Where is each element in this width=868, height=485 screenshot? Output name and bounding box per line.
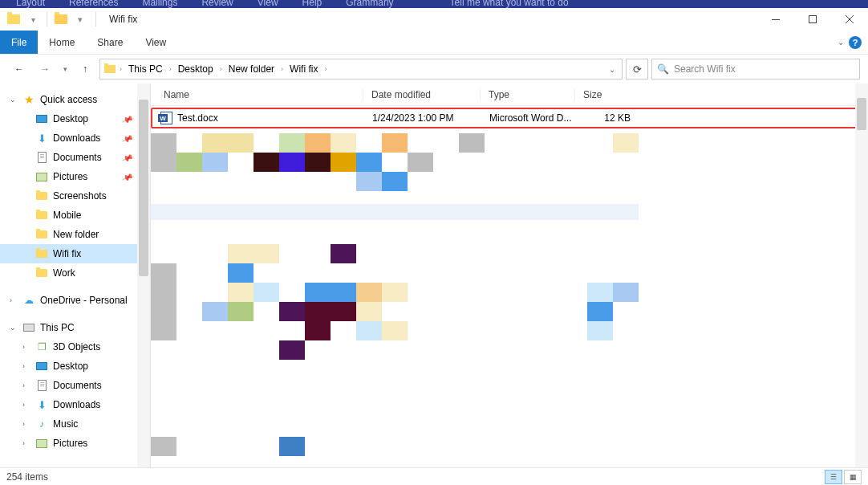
sidebar-item-3d-objects[interactable]: ›❐3D Objects xyxy=(0,337,150,357)
expand-icon[interactable]: › xyxy=(22,343,30,351)
sidebar-item-label: Desktop xyxy=(53,113,88,124)
column-date-modified[interactable]: ⌄Date modified xyxy=(363,89,480,100)
expand-icon[interactable]: › xyxy=(10,296,18,304)
sidebar-item-pictures[interactable]: ›Pictures xyxy=(0,434,150,453)
file-tab[interactable]: File xyxy=(0,31,38,54)
sidebar-scrollbar[interactable] xyxy=(137,84,150,467)
ribbon-collapse-icon[interactable]: ⌄ xyxy=(838,38,844,47)
collapse-icon[interactable]: ⌄ xyxy=(10,96,18,104)
item-count: 254 items xyxy=(6,471,48,483)
help-icon[interactable]: ? xyxy=(849,36,862,49)
breadcrumb-segment[interactable]: Wifi fix xyxy=(286,63,321,75)
close-button[interactable] xyxy=(831,8,868,31)
column-type[interactable]: Type xyxy=(480,89,574,100)
home-tab[interactable]: Home xyxy=(38,31,86,54)
sidebar-item-downloads[interactable]: ›⬇Downloads xyxy=(0,395,150,414)
sidebar-item-downloads[interactable]: ⬇Downloads📌 xyxy=(0,128,150,148)
sidebar-item-label: Downloads xyxy=(53,132,100,144)
minimize-button[interactable] xyxy=(757,8,794,31)
word-document-icon xyxy=(160,112,172,124)
scrollbar-thumb[interactable] xyxy=(139,100,148,276)
breadcrumb-segment[interactable]: Desktop xyxy=(175,63,217,75)
collapse-icon[interactable]: ⌄ xyxy=(10,324,18,332)
maximize-button[interactable] xyxy=(794,8,831,31)
up-button[interactable]: ↑ xyxy=(74,58,96,80)
chevron-right-icon[interactable]: › xyxy=(168,65,173,73)
chevron-right-icon[interactable]: › xyxy=(118,65,124,73)
sidebar-item-label: Downloads xyxy=(53,399,100,410)
address-bar[interactable]: › This PC › Desktop › New folder › Wifi … xyxy=(99,59,623,79)
expand-icon[interactable]: › xyxy=(22,381,30,389)
back-button[interactable]: ← xyxy=(8,58,30,80)
search-box[interactable]: 🔍 xyxy=(651,59,860,79)
sidebar-item-label: 3D Objects xyxy=(53,341,100,353)
large-icons-view-button[interactable]: ▦ xyxy=(844,470,862,484)
sidebar-label: This PC xyxy=(40,322,75,333)
sidebar-item-music[interactable]: ›♪Music xyxy=(0,414,150,434)
folder-icon xyxy=(103,63,116,75)
folder-open-icon[interactable] xyxy=(52,10,70,28)
sidebar-item-documents[interactable]: ›Documents xyxy=(0,376,150,395)
chevron-right-icon[interactable]: › xyxy=(218,65,224,73)
refresh-button[interactable]: ⟳ xyxy=(626,59,648,79)
chevron-right-icon[interactable]: › xyxy=(279,65,285,73)
column-size[interactable]: Size xyxy=(574,89,637,100)
sidebar-item-label: Desktop xyxy=(53,361,88,372)
cloud-icon: ☁ xyxy=(22,294,35,307)
search-input[interactable] xyxy=(674,63,854,75)
document-icon xyxy=(35,151,48,164)
chevron-right-icon[interactable]: › xyxy=(322,65,328,73)
details-view-button[interactable]: ☰ xyxy=(825,470,842,484)
picture-icon xyxy=(35,170,48,183)
content-scrollbar[interactable] xyxy=(855,84,868,467)
sidebar-item-desktop[interactable]: Desktop📌 xyxy=(0,109,150,128)
recent-dropdown-icon[interactable]: ▾ xyxy=(59,58,71,80)
sidebar-item-screenshots[interactable]: Screenshots xyxy=(0,186,150,206)
folder-icon xyxy=(35,228,48,241)
navigation-pane: ⌄ ★ Quick access Desktop📌⬇Downloads📌Docu… xyxy=(0,84,151,467)
sidebar-item-label: Documents xyxy=(53,380,102,391)
expand-icon[interactable]: › xyxy=(22,420,30,428)
download-icon: ⬇ xyxy=(35,398,48,411)
address-history-icon[interactable]: ⌄ xyxy=(609,65,615,74)
background-word-menubar: LayoutReferencesMailingsReviewViewHelpGr… xyxy=(0,0,868,8)
breadcrumb-segment[interactable]: New folder xyxy=(225,63,278,75)
file-size: 12 KB xyxy=(576,112,639,124)
share-tab[interactable]: Share xyxy=(86,31,134,54)
search-icon: 🔍 xyxy=(657,63,669,75)
divider xyxy=(47,12,47,26)
view-tab[interactable]: View xyxy=(134,31,177,54)
expand-icon[interactable]: › xyxy=(22,401,30,409)
sidebar-item-pictures[interactable]: Pictures📌 xyxy=(0,167,150,186)
pc-icon xyxy=(22,321,35,334)
sidebar-item-new-folder[interactable]: New folder xyxy=(0,225,150,244)
qat-dropdown-icon[interactable]: ▾ xyxy=(24,10,42,28)
sidebar-onedrive[interactable]: › ☁ OneDrive - Personal xyxy=(0,291,150,310)
sidebar-quick-access[interactable]: ⌄ ★ Quick access xyxy=(0,90,150,109)
folder-icon[interactable] xyxy=(5,10,22,28)
svg-rect-1 xyxy=(809,16,817,23)
file-date: 1/24/2023 1:00 PM xyxy=(364,112,481,124)
scrollbar-thumb[interactable] xyxy=(857,98,866,130)
sidebar-item-wifi-fix[interactable]: Wifi fix xyxy=(0,244,150,263)
sidebar-item-desktop[interactable]: ›Desktop xyxy=(0,357,150,376)
expand-icon[interactable]: › xyxy=(22,439,30,447)
status-bar: 254 items ☰ ▦ xyxy=(0,467,868,485)
sidebar-item-label: Pictures xyxy=(53,171,87,182)
file-row-highlighted[interactable]: Test.docx 1/24/2023 1:00 PM Microsoft Wo… xyxy=(151,108,865,128)
sidebar-label: OneDrive - Personal xyxy=(40,295,128,306)
forward-button[interactable]: → xyxy=(34,58,56,80)
sidebar-item-label: Documents xyxy=(53,152,102,163)
column-headers: Name ⌄Date modified Type Size xyxy=(151,84,868,106)
sidebar-item-label: Work xyxy=(53,267,75,279)
sidebar-item-mobile[interactable]: Mobile xyxy=(0,206,150,225)
sidebar-this-pc[interactable]: ⌄ This PC xyxy=(0,318,150,337)
sidebar-item-work[interactable]: Work xyxy=(0,263,150,283)
breadcrumb-segment[interactable]: This PC xyxy=(125,63,166,75)
folder-icon xyxy=(35,247,48,260)
window-title: Wifi fix xyxy=(109,14,137,25)
expand-icon[interactable]: › xyxy=(22,362,30,370)
sidebar-item-documents[interactable]: Documents📌 xyxy=(0,148,150,167)
qat-overflow-icon[interactable]: ▾ xyxy=(71,10,89,28)
column-name[interactable]: Name xyxy=(156,89,363,100)
